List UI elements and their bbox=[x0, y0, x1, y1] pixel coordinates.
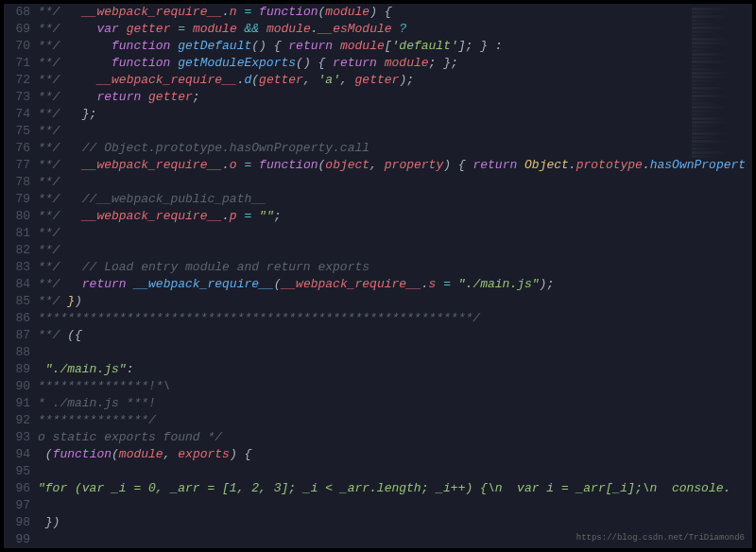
code-line[interactable]: **/ // Load entry module and return expo… bbox=[38, 259, 752, 276]
code-line[interactable]: **/ }; bbox=[38, 106, 752, 123]
line-number: 86 bbox=[4, 310, 30, 327]
code-line[interactable]: **/ bbox=[38, 242, 752, 259]
minimap-line bbox=[692, 34, 720, 37]
code-line[interactable] bbox=[38, 344, 752, 361]
line-number: 78 bbox=[4, 174, 30, 191]
line-number: 72 bbox=[4, 72, 30, 89]
minimap-line bbox=[692, 30, 730, 33]
code-line[interactable]: **/ bbox=[38, 225, 752, 242]
minimap-line bbox=[692, 110, 730, 112]
minimap-line bbox=[692, 121, 744, 124]
minimap-line bbox=[692, 147, 730, 150]
line-number: 91 bbox=[4, 395, 30, 412]
line-number: 68 bbox=[4, 4, 30, 21]
code-line[interactable]: **/ __webpack_require__.n = function(mod… bbox=[38, 4, 752, 21]
code-line[interactable]: **/ function getDefault() { return modul… bbox=[38, 38, 752, 55]
code-line[interactable]: **/ return getter; bbox=[38, 89, 752, 106]
line-number: 87 bbox=[4, 327, 30, 344]
line-number: 90 bbox=[4, 378, 30, 395]
minimap-line bbox=[692, 11, 730, 14]
line-number: 81 bbox=[4, 225, 30, 242]
minimap-line bbox=[692, 42, 744, 44]
line-number: 83 bbox=[4, 259, 30, 276]
minimap-line bbox=[692, 68, 730, 71]
code-line[interactable] bbox=[38, 463, 752, 480]
minimap-line bbox=[692, 79, 730, 82]
line-number: 71 bbox=[4, 55, 30, 72]
minimap-line bbox=[692, 53, 744, 56]
line-number: 77 bbox=[4, 157, 30, 174]
minimap-line bbox=[692, 23, 730, 26]
code-line[interactable]: "./main.js": bbox=[38, 361, 752, 378]
line-number: 95 bbox=[4, 463, 30, 480]
minimap-line bbox=[692, 106, 744, 109]
code-line[interactable]: **/ __webpack_require__.o = function(obj… bbox=[38, 157, 752, 174]
line-number: 92 bbox=[4, 412, 30, 429]
code-line[interactable]: o static exports found */ bbox=[38, 429, 752, 446]
minimap-line bbox=[692, 49, 720, 52]
code-line[interactable]: * ./main.js ***! bbox=[38, 395, 752, 412]
code-line[interactable]: "for (var _i = 0, _arr = [1, 2, 3]; _i <… bbox=[38, 480, 752, 497]
line-number: 93 bbox=[4, 429, 30, 446]
watermark-text: https://blog.csdn.net/TriDiamond6 bbox=[576, 533, 745, 543]
minimap-line bbox=[692, 87, 744, 90]
code-area[interactable]: **/ __webpack_require__.n = function(mod… bbox=[38, 4, 752, 548]
line-number: 79 bbox=[4, 191, 30, 208]
line-number: 84 bbox=[4, 276, 30, 293]
minimap-line bbox=[692, 125, 730, 128]
minimap-line bbox=[692, 19, 720, 22]
minimap-line bbox=[692, 64, 720, 67]
code-line[interactable]: **/ //__webpack_public_path__ bbox=[38, 191, 752, 208]
minimap-line bbox=[692, 83, 720, 86]
minimap-line bbox=[692, 113, 720, 116]
line-number: 73 bbox=[4, 89, 30, 106]
code-line[interactable]: **/ var getter = module && module.__esMo… bbox=[38, 21, 752, 38]
code-line[interactable]: (function(module, exports) { bbox=[38, 446, 752, 463]
code-line[interactable]: **/ }) bbox=[38, 293, 752, 310]
line-number: 99 bbox=[4, 531, 30, 548]
minimap-line bbox=[692, 144, 720, 147]
minimap-line bbox=[692, 102, 730, 105]
minimap-line bbox=[692, 57, 730, 60]
minimap-line bbox=[692, 72, 744, 75]
minimap-line bbox=[692, 140, 744, 143]
line-number: 85 bbox=[4, 293, 30, 310]
line-number: 82 bbox=[4, 242, 30, 259]
line-number: 88 bbox=[4, 344, 30, 361]
code-line[interactable]: ***************/ bbox=[38, 412, 752, 429]
code-line[interactable]: **/ return __webpack_require__(__webpack… bbox=[38, 276, 752, 293]
editor-frame: 6869707172737475767778798081828384858687… bbox=[0, 0, 756, 552]
code-line[interactable]: **/ function getModuleExports() { return… bbox=[38, 55, 752, 72]
code-line[interactable]: **/ __webpack_require__.p = ""; bbox=[38, 208, 752, 225]
minimap[interactable] bbox=[692, 8, 748, 197]
line-number: 98 bbox=[4, 514, 30, 531]
line-number: 75 bbox=[4, 123, 30, 140]
line-number: 97 bbox=[4, 497, 30, 514]
code-line[interactable]: ****************************************… bbox=[38, 310, 752, 327]
minimap-line bbox=[692, 8, 744, 10]
code-line[interactable] bbox=[38, 497, 752, 514]
line-number: 89 bbox=[4, 361, 30, 378]
minimap-line bbox=[692, 26, 744, 29]
code-line[interactable]: **/ ({ bbox=[38, 327, 752, 344]
line-number-gutter: 6869707172737475767778798081828384858687… bbox=[4, 4, 38, 548]
minimap-line bbox=[692, 76, 744, 78]
minimap-line bbox=[692, 98, 720, 101]
minimap-line bbox=[692, 91, 730, 94]
code-line[interactable]: **/ __webpack_require__.d(getter, 'a', g… bbox=[38, 72, 752, 89]
minimap-line bbox=[692, 45, 730, 48]
code-line[interactable]: }) bbox=[38, 514, 752, 531]
code-line[interactable]: **/ bbox=[38, 123, 752, 140]
code-line[interactable]: ***************!*\ bbox=[38, 378, 752, 395]
minimap-line bbox=[692, 129, 720, 131]
minimap-line bbox=[692, 95, 744, 97]
line-number: 94 bbox=[4, 446, 30, 463]
line-number: 96 bbox=[4, 480, 30, 497]
minimap-line bbox=[692, 132, 744, 135]
line-number: 74 bbox=[4, 106, 30, 123]
code-line[interactable]: **/ // Object.prototype.hasOwnProperty.c… bbox=[38, 140, 752, 157]
minimap-line bbox=[692, 151, 744, 154]
minimap-line bbox=[692, 136, 730, 139]
editor-inner: 6869707172737475767778798081828384858687… bbox=[4, 4, 752, 548]
code-line[interactable]: **/ bbox=[38, 174, 752, 191]
